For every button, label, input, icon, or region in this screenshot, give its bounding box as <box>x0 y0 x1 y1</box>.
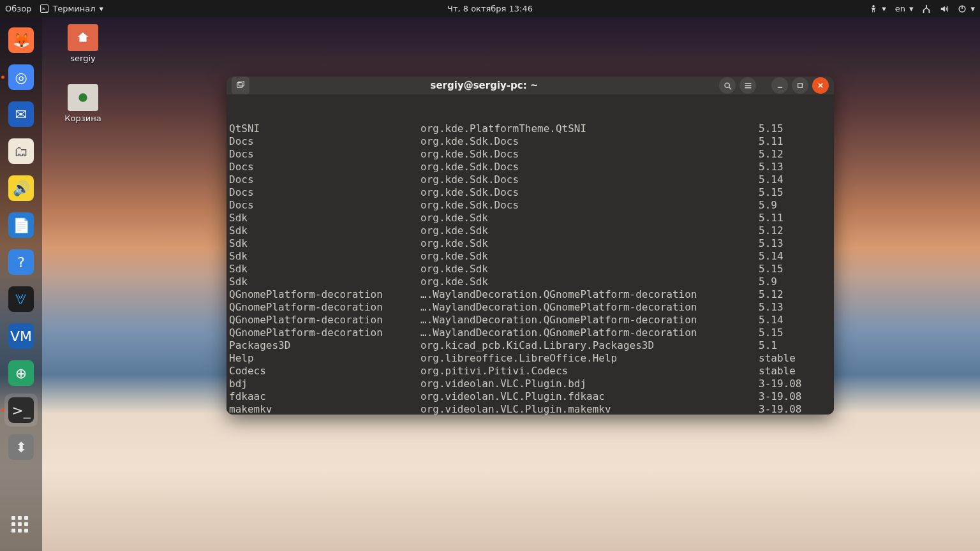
terminal-row: Docsorg.kde.Sdk.Docs5.11 <box>229 135 834 148</box>
terminal-cell: Sdk <box>229 250 420 263</box>
dock-item-files[interactable]: 🗂 <box>4 135 38 168</box>
terminal-row: QGnomePlatform-decoration….WaylandDecora… <box>229 301 834 314</box>
terminal-cell: stable <box>759 352 834 365</box>
dock-item-terminal[interactable]: >_ <box>4 393 38 427</box>
terminal-cell: 3-19.08 <box>759 390 834 403</box>
terminal-cell: 5.14 <box>759 250 834 263</box>
chromium-icon: ◎ <box>8 64 34 90</box>
terminal-cell: org.kde.Sdk.Docs <box>420 135 759 148</box>
dock-item-rhythmbox[interactable]: 🔊 <box>4 172 38 205</box>
terminal-cell: 5.12 <box>759 224 834 237</box>
terminal-cell: QtSNI <box>229 122 420 135</box>
dock-item-help[interactable]: ? <box>4 246 38 279</box>
svg-rect-10 <box>745 83 751 84</box>
terminal-cell: org.kde.Sdk <box>420 224 759 237</box>
desktop-icon-home[interactable]: sergiy <box>57 24 108 63</box>
running-indicator <box>1 409 4 412</box>
new-tab-button[interactable] <box>232 77 249 94</box>
svg-point-0 <box>872 4 875 7</box>
maximize-button[interactable] <box>792 77 808 94</box>
dock-item-vscode[interactable]: ⩔ <box>4 283 38 316</box>
terminal-row: Codecsorg.pitivi.Pitivi.Codecsstable <box>229 365 834 378</box>
terminal-cell: QGnomePlatform-decoration <box>229 327 420 339</box>
app-menu[interactable]: >_ Терминал ▾ <box>40 4 103 13</box>
terminal-row: bdjorg.videolan.VLC.Plugin.bdj3-19.08 <box>229 378 834 390</box>
terminal-cell: org.videolan.VLC.Plugin.bdj <box>420 378 759 390</box>
terminal-cell: 5.11 <box>759 135 834 148</box>
network-icon[interactable] <box>922 4 931 13</box>
terminal-cell: ….WaylandDecoration.QGnomePlatform-decor… <box>420 314 759 327</box>
terminal-row: Docsorg.kde.Sdk.Docs5.13 <box>229 161 834 173</box>
hamburger-menu[interactable] <box>739 77 756 94</box>
dock-item-thunderbird[interactable]: ✉ <box>4 98 38 131</box>
terminal-scrollbar[interactable] <box>826 94 833 415</box>
terminal-cell: Help <box>229 352 420 365</box>
terminal-cell: 5.9 <box>759 199 834 212</box>
terminal-cell: bdj <box>229 378 420 390</box>
accessibility-menu[interactable]: ▾ <box>869 4 886 13</box>
dock-item-libreoffice-writer[interactable]: 📄 <box>4 209 38 242</box>
dock-item-firefox[interactable]: 🦊 <box>4 24 38 57</box>
terminal-output[interactable]: QtSNIorg.kde.PlatformTheme.QtSNI5.15Docs… <box>226 94 834 415</box>
terminal-cell: Sdk <box>229 212 420 224</box>
dock-item-remote[interactable]: ⊕ <box>4 356 38 390</box>
dock-item-usb-creator[interactable]: ⬍ <box>4 430 38 464</box>
close-button[interactable] <box>812 77 829 94</box>
terminal-row: Docsorg.kde.Sdk.Docs5.9 <box>229 199 834 212</box>
power-menu[interactable]: ▾ <box>958 4 975 13</box>
window-title: sergiy@sergiy-pc: ~ <box>253 80 715 91</box>
virtualbox-icon: VM <box>8 323 34 349</box>
terminal-cell: 5.12 <box>759 288 834 301</box>
terminal-cell: 5.14 <box>759 173 834 186</box>
top-panel: Обзор >_ Терминал ▾ Чт, 8 октября 13:46 … <box>0 0 980 17</box>
volume-icon[interactable] <box>940 4 949 13</box>
terminal-row: Sdkorg.kde.Sdk5.12 <box>229 224 834 237</box>
chevron-down-icon: ▾ <box>100 4 104 13</box>
terminal-cell: 5.13 <box>759 161 834 173</box>
terminal-cell: org.videolan.VLC.Plugin.makemkv <box>420 403 759 415</box>
thunderbird-icon: ✉ <box>8 101 34 127</box>
show-applications-button[interactable] <box>4 509 38 542</box>
terminal-cell: org.kde.Sdk.Docs <box>420 148 759 161</box>
search-button[interactable] <box>719 77 736 94</box>
desktop[interactable]: Обзор >_ Терминал ▾ Чт, 8 октября 13:46 … <box>0 0 980 551</box>
terminal-cell: Docs <box>229 186 420 199</box>
dock: 🦊◎✉🗂🔊📄?⩔VM⊕>_⬍ <box>0 17 42 551</box>
dock-item-virtualbox[interactable]: VM <box>4 320 38 353</box>
terminal-icon: >_ <box>8 397 34 423</box>
terminal-cell: org.kde.Sdk.Docs <box>420 199 759 212</box>
usb-creator-icon: ⬍ <box>8 434 34 460</box>
terminal-cell: org.kde.Sdk.Docs <box>420 161 759 173</box>
terminal-cell: Docs <box>229 135 420 148</box>
accessibility-icon <box>869 4 878 13</box>
activities-button[interactable]: Обзор <box>5 4 31 13</box>
app-menu-label: Терминал <box>52 4 95 13</box>
terminal-cell: org.kde.Sdk.Docs <box>420 173 759 186</box>
terminal-row: Sdkorg.kde.Sdk5.11 <box>229 212 834 224</box>
terminal-cell: 5.1 <box>759 339 834 352</box>
desktop-icon-trash[interactable]: Корзина <box>57 84 108 123</box>
clock[interactable]: Чт, 8 октября 13:46 <box>447 4 533 13</box>
keyboard-layout[interactable]: en ▾ <box>895 4 914 13</box>
terminal-row: QGnomePlatform-decoration….WaylandDecora… <box>229 314 834 327</box>
terminal-cell: org.kicad_pcb.KiCad.Library.Packages3D <box>420 339 759 352</box>
minimize-button[interactable] <box>771 77 788 94</box>
terminal-cell: org.kde.Sdk <box>420 263 759 276</box>
dock-item-chromium[interactable]: ◎ <box>4 61 38 94</box>
terminal-row: Docsorg.kde.Sdk.Docs5.12 <box>229 148 834 161</box>
grid-icon <box>11 516 31 535</box>
terminal-cell: QGnomePlatform-decoration <box>229 301 420 314</box>
terminal-cell: 3-19.08 <box>759 403 834 415</box>
terminal-cell: org.kde.Sdk <box>420 237 759 250</box>
vscode-icon: ⩔ <box>8 286 34 312</box>
keyboard-layout-label: en <box>895 4 905 13</box>
svg-rect-7 <box>239 81 244 86</box>
running-indicator <box>1 76 4 79</box>
terminal-cell: 5.15 <box>759 186 834 199</box>
terminal-cell: org.videolan.VLC.Plugin.fdkaac <box>420 390 759 403</box>
terminal-cell: QGnomePlatform-decoration <box>229 288 420 301</box>
help-icon: ? <box>8 249 34 275</box>
terminal-cell: 5.11 <box>759 212 834 224</box>
terminal-row: QtSNIorg.kde.PlatformTheme.QtSNI5.15 <box>229 122 834 135</box>
terminal-cell: org.pitivi.Pitivi.Codecs <box>420 365 759 378</box>
